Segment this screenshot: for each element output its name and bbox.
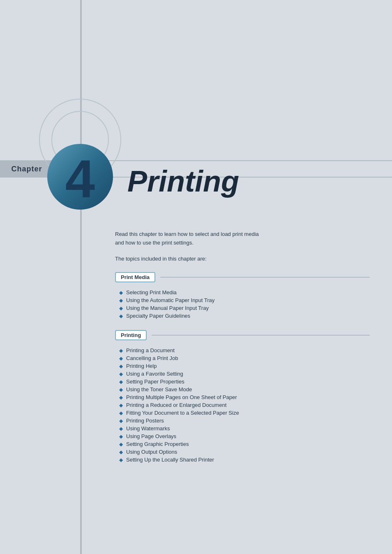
bullet-diamond: ◆ [119, 402, 123, 408]
chapter-text: Chapter [11, 165, 42, 173]
list-item: ◆ Using Watermarks [119, 425, 370, 432]
list-item: ◆ Using a Favorite Setting [119, 370, 370, 378]
bullet-diamond: ◆ [119, 434, 123, 439]
list-item: ◆ Fitting Your Document to a Selected Pa… [119, 409, 370, 417]
bullet-diamond: ◆ [119, 410, 123, 416]
topics-intro: The topics included in this chapter are: [115, 256, 370, 262]
list-item: ◆ Specialty Paper Guidelines [119, 312, 370, 320]
intro-paragraph: Read this chapter to learn how to select… [115, 230, 370, 247]
bullet-diamond: ◆ [119, 313, 123, 319]
list-item: ◆ Using the Manual Paper Input Tray [119, 304, 370, 312]
list-item: ◆ Setting Up the Locally Shared Printer [119, 456, 370, 464]
list-item: ◆ Selecting Print Media [119, 289, 370, 296]
bullet-diamond: ◆ [119, 426, 123, 432]
page-title: Printing [127, 164, 239, 198]
chapter-number: 4 [65, 152, 95, 205]
list-item: ◆ Cancelling a Print Job [119, 354, 370, 362]
vertical-bar [80, 0, 82, 554]
chapter-number-badge: 4 [47, 144, 113, 210]
intro-line1: Read this chapter to learn how to select… [115, 231, 259, 237]
list-item: ◆ Using the Toner Save Mode [119, 385, 370, 393]
bullet-diamond: ◆ [119, 449, 123, 455]
list-item: ◆ Using Output Options [119, 448, 370, 456]
bullet-diamond: ◆ [119, 298, 123, 303]
section-divider-line-2 [152, 335, 370, 335]
intro-line2: and how to use the print settings. [115, 240, 194, 246]
bullet-diamond: ◆ [119, 387, 123, 392]
bullet-diamond: ◆ [119, 418, 123, 424]
print-media-list: ◆ Selecting Print Media ◆ Using the Auto… [119, 289, 370, 320]
bullet-diamond: ◆ [119, 290, 123, 295]
list-item: ◆ Printing Help [119, 362, 370, 370]
list-item: ◆ Setting Paper Properties [119, 378, 370, 385]
bullet-diamond: ◆ [119, 371, 123, 377]
main-content: Read this chapter to learn how to select… [115, 230, 370, 474]
bullet-diamond: ◆ [119, 348, 123, 353]
list-item: ◆ Using Page Overlays [119, 432, 370, 440]
print-media-section-header: Print Media [115, 272, 370, 282]
bullet-diamond: ◆ [119, 441, 123, 447]
printing-section-header: Printing [115, 330, 370, 340]
list-item: ◆ Printing a Reduced or Enlarged Documen… [119, 401, 370, 409]
bullet-diamond: ◆ [119, 363, 123, 369]
bullet-diamond: ◆ [119, 457, 123, 463]
list-item: ◆ Setting Graphic Properties [119, 440, 370, 448]
printing-list: ◆ Printing a Document ◆ Cancelling a Pri… [119, 346, 370, 464]
bullet-diamond: ◆ [119, 305, 123, 311]
list-item: ◆ Using the Automatic Paper Input Tray [119, 296, 370, 304]
list-item: ◆ Printing a Document [119, 346, 370, 354]
printing-badge: Printing [115, 330, 147, 340]
print-media-badge: Print Media [115, 272, 155, 282]
section-divider-line [160, 277, 370, 277]
chapter-label: Chapter [0, 160, 53, 178]
bullet-diamond: ◆ [119, 355, 123, 361]
list-item: ◆ Printing Posters [119, 417, 370, 425]
bullet-diamond: ◆ [119, 379, 123, 385]
bullet-diamond: ◆ [119, 395, 123, 400]
list-item: ◆ Printing Multiple Pages on One Sheet o… [119, 393, 370, 401]
